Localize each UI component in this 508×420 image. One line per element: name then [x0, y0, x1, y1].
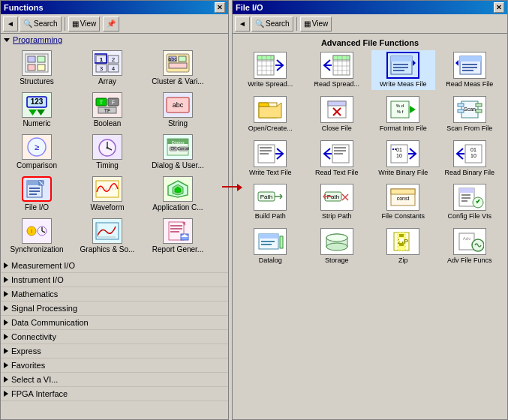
svg-text:01: 01 — [396, 147, 402, 152]
svg-rect-156 — [280, 236, 283, 248]
collapsed-section-signal-processing[interactable]: Signal Processing — [1, 302, 228, 316]
svg-rect-165 — [399, 238, 404, 242]
read-spread-item[interactable]: Read Spread... — [305, 50, 369, 90]
write-spread-item[interactable]: Write Spread... — [239, 50, 302, 90]
svg-rect-49 — [29, 194, 37, 195]
graphics-item[interactable]: Graphics & So... — [76, 217, 139, 256]
cluster-item[interactable]: abc Cluster & Vari... — [146, 49, 209, 88]
report-item[interactable]: Report Gener... — [146, 217, 209, 256]
svg-text:Dialog: Dialog — [171, 140, 184, 145]
programming-label: Programming — [13, 35, 62, 44]
collapsed-section-data-communication[interactable]: Data Communication — [1, 316, 228, 330]
file-constants-item[interactable]: Path const File Constants — [371, 182, 435, 222]
boolean-item[interactable]: T F TF Boolean — [76, 91, 139, 130]
toolbar-separator-right — [296, 17, 297, 31]
application-item[interactable]: Application C... — [146, 175, 209, 214]
programming-icon-grid: Structures 1 1 2 3 — [1, 46, 228, 259]
string-item[interactable]: abc String — [146, 91, 209, 130]
collapsed-section-measurement-i/o[interactable]: Measurement I/O — [1, 259, 228, 273]
svg-text:3: 3 — [100, 65, 104, 72]
read-text-item[interactable]: Read Text File — [305, 139, 369, 178]
collapsed-section-mathematics[interactable]: Mathematics — [1, 287, 228, 302]
fileio-search-button[interactable]: 🔍 Search — [251, 16, 293, 32]
write-text-item[interactable]: Write Text File — [239, 139, 302, 178]
svg-rect-153 — [259, 234, 278, 238]
svg-rect-88 — [393, 64, 408, 65]
close-file-item[interactable]: Close File — [305, 94, 369, 134]
functions-close-button[interactable]: ✕ — [215, 2, 225, 13]
collapsed-section-fpga-interface[interactable]: FPGA Interface — [1, 387, 228, 401]
datalog-icon — [254, 228, 287, 255]
numeric-label: Numeric — [23, 119, 50, 128]
timing-item[interactable]: Timing — [76, 133, 139, 172]
section-label: Signal Processing — [11, 304, 77, 313]
read-meas-item[interactable]: Read Meas File — [438, 50, 502, 90]
svg-rect-148 — [461, 194, 470, 196]
config-file-item[interactable]: Config File VIs — [438, 182, 502, 222]
read-spread-icon — [320, 52, 353, 79]
svg-rect-19 — [169, 63, 187, 68]
storage-item[interactable]: Storage — [305, 226, 369, 266]
datalog-item[interactable]: Datalog — [239, 226, 302, 266]
svg-rect-63 — [170, 228, 182, 230]
write-binary-item[interactable]: 01 10 Write Binary File — [371, 139, 435, 178]
comparison-item[interactable]: ≥ Comparison — [5, 133, 68, 172]
fileio-item[interactable]: File I/O — [5, 175, 68, 214]
expand-icon — [4, 305, 8, 311]
svg-rect-108 — [476, 110, 482, 112]
read-binary-icon: 01 10 — [453, 140, 486, 167]
synch-item[interactable]: ! Synchronization — [5, 217, 68, 256]
functions-back-button[interactable]: ◄ — [3, 16, 18, 32]
functions-search-button[interactable]: 🔍 Search — [20, 16, 62, 32]
collapsed-section-favorites[interactable]: Favorites — [1, 358, 228, 373]
expand-icon — [4, 362, 8, 368]
open-create-item[interactable]: Open/Create... — [239, 94, 302, 134]
waveform-item[interactable]: Waveform — [76, 175, 139, 214]
collapsed-section-instrument-i/o[interactable]: Instrument I/O — [1, 273, 228, 287]
adv-file-item[interactable]: Adv Adv File Funcs — [438, 226, 502, 266]
svg-rect-92 — [460, 56, 481, 62]
view-icon: ▦ — [72, 20, 79, 28]
functions-pin-button[interactable]: 📌 — [103, 16, 119, 32]
collapsed-section-connectivity[interactable]: Connectivity — [1, 330, 228, 344]
application-label: Application C... — [152, 203, 203, 212]
section-label: Instrument I/O — [11, 275, 64, 284]
fileio-back-button[interactable]: ◄ — [235, 16, 250, 32]
fileio-content: Advanced File Functions — [233, 34, 507, 419]
zip-icon: ZIP — [386, 228, 419, 255]
structures-item[interactable]: Structures — [5, 49, 68, 88]
file-constants-label: File Constants — [381, 212, 425, 220]
section-label: Data Communication — [11, 318, 89, 327]
svg-rect-164 — [399, 234, 404, 237]
structures-icon — [22, 50, 52, 76]
svg-text:Scan: Scan — [464, 106, 476, 112]
string-label: String — [168, 119, 188, 128]
svg-rect-60 — [96, 223, 119, 239]
functions-panel: Functions ✕ ◄ 🔍 Search ▦ View 📌 Programm… — [0, 0, 229, 420]
zip-item[interactable]: ZIP Zip — [371, 226, 435, 266]
collapsed-section-express[interactable]: Express — [1, 344, 228, 358]
svg-text:01: 01 — [470, 147, 476, 152]
format-into-item[interactable]: % d % f Format Into File — [371, 94, 435, 134]
svg-rect-147 — [459, 188, 474, 193]
dialog-item[interactable]: Dialog OK Cancel Dialog & User... — [146, 133, 209, 172]
build-path-item[interactable]: Path Build Path — [239, 182, 302, 222]
close-file-label: Close File — [322, 124, 352, 133]
numeric-item[interactable]: 123 Numeric — [5, 91, 68, 130]
format-into-icon: % d % f — [386, 96, 419, 123]
read-binary-item[interactable]: 01 10 Read Binary File — [438, 139, 502, 178]
format-into-label: Format Into File — [380, 124, 427, 133]
scan-from-item[interactable]: Scan Scan From File — [438, 94, 502, 134]
programming-section-header[interactable]: Programming — [1, 34, 228, 46]
collapsed-section-select-a-vi[interactable]: Select a VI... — [1, 373, 228, 387]
write-meas-item[interactable]: Write Meas File — [371, 50, 435, 90]
fileio-close-button[interactable]: ✕ — [494, 2, 504, 13]
functions-content: Programming Structures — [1, 34, 228, 419]
array-item[interactable]: 1 1 2 3 4 Array — [76, 49, 139, 88]
read-text-label: Read Text File — [315, 169, 358, 177]
strip-path-item[interactable]: Path Strip Path — [305, 182, 369, 222]
functions-view-button[interactable]: ▦ View — [68, 16, 101, 32]
timing-icon — [92, 134, 122, 160]
string-icon: abc — [163, 92, 193, 118]
fileio-view-button[interactable]: ▦ View — [300, 16, 332, 32]
